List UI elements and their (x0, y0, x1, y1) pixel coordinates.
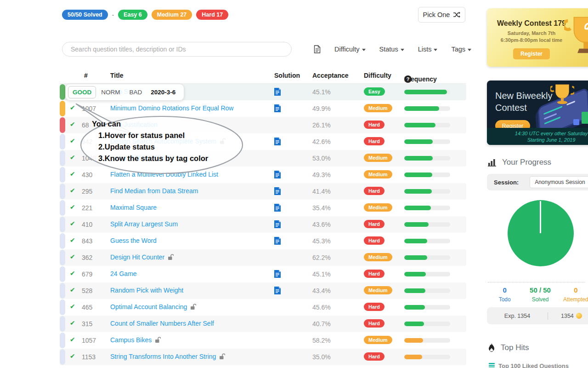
table-row[interactable]: ✔315Count of Smaller Numbers After Self4… (60, 316, 466, 332)
difficulty-badge: Medium (364, 336, 392, 344)
status-tag[interactable] (60, 266, 65, 282)
session-select[interactable]: Anonymous Session (530, 176, 588, 188)
table-row[interactable]: ✔295Find Median from Data Stream41.4%Har… (60, 183, 466, 200)
solution-icon[interactable] (274, 204, 281, 213)
biweekly-contest-card[interactable]: New Biweekly Contest Register 14:30 UTC … (487, 80, 588, 145)
col-number: # (84, 72, 88, 79)
status-tag[interactable] (60, 233, 65, 249)
acceptance-value: 45.1% (312, 88, 331, 96)
frequency-bar (404, 106, 450, 111)
frequency-bar (404, 156, 450, 161)
question-title-link[interactable]: 24 Game (110, 270, 137, 277)
table-row[interactable]: ✔1153String Transforms Into Another Stri… (60, 349, 466, 365)
status-tag[interactable] (60, 134, 65, 150)
tooltip-line: You can (92, 118, 208, 130)
solution-doc-icon (274, 104, 281, 112)
table-row[interactable]: ✔528Random Pick with Weight43.4%Medium (60, 282, 466, 299)
question-id: 1007 (82, 105, 96, 112)
solution-icon[interactable] (274, 220, 281, 230)
filter-tags[interactable]: Tags (451, 46, 471, 53)
solution-icon[interactable] (274, 138, 281, 147)
frequency-bar (404, 322, 450, 326)
solution-icon[interactable] (274, 104, 281, 114)
col-acceptance[interactable]: Acceptance (312, 72, 349, 79)
medium-count-badge: Medium 27 (152, 10, 192, 20)
table-row[interactable]: ✔1007Minimum Domino Rotations For Equal … (60, 100, 466, 117)
solution-icon[interactable] (274, 270, 281, 280)
status-tag[interactable] (60, 333, 65, 348)
question-title-link[interactable]: Optimal Account Balancing (110, 303, 196, 310)
status-tag[interactable] (60, 184, 65, 199)
tooltip-line: 3.Know the status by tag color (92, 153, 208, 164)
status-tag[interactable] (60, 217, 65, 232)
table-row[interactable]: ✔843Guess the Word45.3%Hard (60, 233, 466, 249)
frequency-bar (404, 272, 450, 276)
difficulty-badge: Medium (364, 154, 392, 162)
solution-icon[interactable] (274, 187, 281, 197)
question-title-link[interactable]: Maximal Square (110, 204, 157, 211)
question-title-link[interactable]: Campus Bikes (110, 336, 161, 344)
status-tag[interactable] (60, 84, 65, 100)
pie-divider-line (540, 201, 541, 233)
acceptance-value: 40.7% (312, 320, 331, 328)
chevron-down-icon (468, 49, 471, 51)
status-tag[interactable] (60, 283, 65, 299)
question-title-link[interactable]: Split Array Largest Sum (110, 220, 178, 228)
difficulty-badge: Medium (364, 203, 392, 212)
weekly-contest-date: Saturday, March 7th (497, 30, 566, 36)
badge-separator: - (112, 12, 114, 18)
status-tag[interactable] (60, 349, 65, 365)
status-tag[interactable] (60, 299, 65, 315)
question-title-link[interactable]: Find Median from Data Stream (110, 187, 198, 195)
table-row[interactable]: ✔221Maximal Square35.4%Medium (60, 200, 466, 216)
question-title-link[interactable]: Design Hit Counter (110, 253, 174, 261)
status-option-bad[interactable]: BAD (125, 86, 147, 98)
top-hits-title: Top Hits (501, 343, 529, 352)
status-tag[interactable] (60, 117, 65, 133)
status-option-norm[interactable]: NORM (97, 86, 124, 98)
filter-lists[interactable]: Lists (418, 46, 438, 53)
status-tag[interactable] (60, 316, 65, 332)
unlock-icon (155, 337, 161, 343)
solution-icon[interactable] (274, 237, 281, 247)
table-row[interactable]: ✔1057Campus Bikes58.2%Medium (60, 332, 466, 349)
question-title-link[interactable]: Count of Smaller Numbers After Self (110, 320, 214, 327)
trophy-icon (550, 83, 574, 109)
table-row[interactable]: ✔410Split Array Largest Sum43.6%Hard (60, 216, 466, 233)
status-tag[interactable] (60, 150, 65, 166)
solution-icon[interactable] (274, 287, 281, 296)
table-row[interactable]: ✔465Optimal Account Balancing45.6%Hard (60, 299, 466, 316)
table-header: # Title Solution Acceptance Difficulty F… (60, 68, 466, 84)
question-title-link[interactable]: Minimum Domino Rotations For Equal Row (110, 104, 233, 112)
top-hits-item[interactable]: Top 100 Liked Questions (489, 362, 569, 368)
status-tag[interactable] (60, 250, 65, 265)
question-title-link[interactable]: Guess the Word (110, 237, 157, 244)
help-question-icon[interactable]: ? (404, 75, 412, 83)
col-difficulty[interactable]: Difficulty (364, 72, 391, 79)
weekly-contest-card[interactable]: Weekly Contest 179 Saturday, March 7th 6… (487, 8, 588, 67)
question-title-link[interactable]: Flatten a Multilevel Doubly Linked List (110, 171, 218, 178)
status-option-good[interactable]: GOOD (68, 86, 96, 98)
weekly-register-button[interactable]: Register (513, 48, 550, 59)
document-filter-icon[interactable] (314, 45, 321, 53)
filter-difficulty[interactable]: Difficulty (334, 46, 366, 53)
question-title-link[interactable]: String Transforms Into Another String (110, 353, 225, 360)
status-tag[interactable] (60, 200, 65, 216)
progress-stats: 0 Todo 50 / 50 Solved 0 Attempted (487, 286, 588, 303)
your-progress-header: Your Progress (488, 158, 551, 167)
question-table: # Title Solution Acceptance Difficulty F… (60, 68, 466, 365)
table-row[interactable]: ✔67924 Game45.1%Hard (60, 266, 466, 282)
table-row[interactable]: ✔430Flatten a Multilevel Doubly Linked L… (60, 167, 466, 183)
solution-doc-icon (274, 171, 281, 178)
status-tag[interactable] (60, 167, 65, 183)
solution-icon[interactable] (274, 88, 281, 98)
question-title-link[interactable]: Random Pick with Weight (110, 287, 183, 294)
table-row[interactable]: ✔362Design Hit Counter62.2%Medium (60, 249, 466, 266)
filter-status[interactable]: Status (379, 46, 404, 53)
status-tag[interactable] (60, 101, 65, 116)
difficulty-badge: Hard (364, 303, 384, 311)
acceptance-value: 58.2% (312, 337, 331, 344)
search-input[interactable] (62, 42, 292, 57)
solution-icon[interactable] (274, 171, 281, 180)
pick-one-button[interactable]: Pick One (418, 7, 465, 23)
